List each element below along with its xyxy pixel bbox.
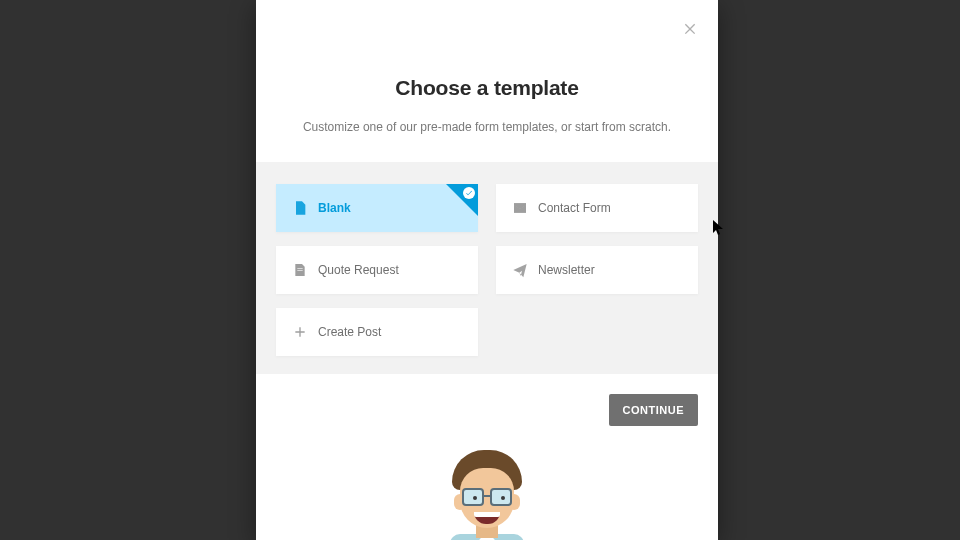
template-grid: Blank Contact Form Quote Request [276, 184, 698, 356]
continue-button[interactable]: CONTINUE [609, 394, 698, 426]
modal-subtitle: Customize one of our pre-made form templ… [256, 120, 718, 134]
template-card-blank[interactable]: Blank [276, 184, 478, 232]
template-chooser-modal: Choose a template Customize one of our p… [256, 0, 718, 540]
template-card-create-post[interactable]: Create Post [276, 308, 478, 356]
close-icon [682, 20, 698, 36]
plus-icon [292, 324, 308, 340]
document-icon [292, 262, 308, 278]
mascot-avatar [432, 450, 542, 540]
modal-title: Choose a template [256, 76, 718, 100]
template-card-label: Create Post [318, 325, 381, 339]
template-card-quote-request[interactable]: Quote Request [276, 246, 478, 294]
template-grid-container: Blank Contact Form Quote Request [256, 162, 718, 374]
check-icon [465, 189, 473, 197]
mascot-area [256, 440, 718, 540]
selected-check-badge [463, 187, 475, 199]
template-card-label: Blank [318, 201, 351, 215]
svg-rect-1 [297, 270, 302, 271]
mail-icon [512, 200, 528, 216]
svg-rect-0 [297, 268, 302, 269]
template-card-label: Contact Form [538, 201, 611, 215]
template-card-label: Quote Request [318, 263, 399, 277]
template-card-label: Newsletter [538, 263, 595, 277]
file-icon [292, 200, 308, 216]
cursor-icon [713, 220, 725, 236]
modal-footer: CONTINUE [256, 374, 718, 446]
paper-plane-icon [512, 262, 528, 278]
template-card-contact-form[interactable]: Contact Form [496, 184, 698, 232]
template-card-newsletter[interactable]: Newsletter [496, 246, 698, 294]
close-button[interactable] [682, 20, 698, 36]
modal-header: Choose a template Customize one of our p… [256, 0, 718, 134]
